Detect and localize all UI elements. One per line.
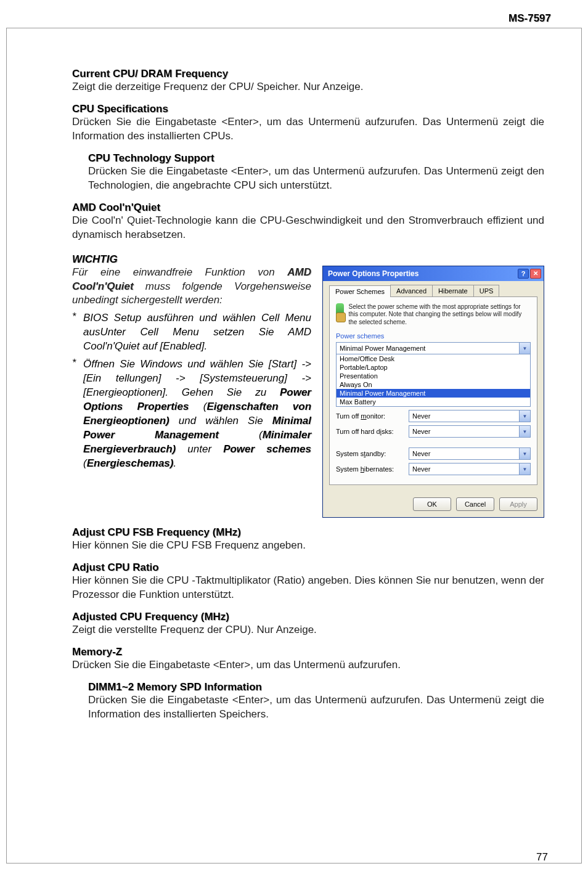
body-cpu-specs: Drücken Sie die Eingabetaste <Enter>, um… bbox=[72, 115, 544, 144]
scheme-option-selected[interactable]: Minimal Power Management bbox=[337, 389, 530, 398]
body-cpu-tech: Drücken Sie die Eingabetaste <Enter>, um… bbox=[88, 165, 544, 193]
value-system-standby: Never bbox=[409, 450, 519, 457]
help-button[interactable]: ? bbox=[518, 269, 529, 279]
tab-advanced[interactable]: Advanced bbox=[390, 285, 433, 296]
power-icon bbox=[336, 303, 344, 321]
dropdown-turnoff-monitor[interactable]: Never ▼ bbox=[409, 410, 531, 422]
body-dimm-spd: Drücken Sie die Eingabetaste <Enter>, um… bbox=[88, 693, 544, 722]
heading-adjusted-freq: Adjusted CPU Frequency (MHz) bbox=[72, 611, 544, 623]
cancel-button[interactable]: Cancel bbox=[456, 497, 494, 511]
chevron-down-icon[interactable]: ▼ bbox=[519, 448, 530, 459]
tab-ups[interactable]: UPS bbox=[473, 285, 500, 296]
body-memory-z: Drücken Sie die Eingabetaste <Enter>, um… bbox=[72, 658, 544, 672]
heading-amd-cnq: AMD Cool'n'Quiet bbox=[72, 202, 544, 214]
heading-cpu-specs: CPU Specifications bbox=[72, 103, 544, 115]
chevron-down-icon[interactable]: ▼ bbox=[519, 463, 530, 475]
heading-adjust-ratio: Adjust CPU Ratio bbox=[72, 561, 544, 574]
dropdown-turnoff-disks[interactable]: Never ▼ bbox=[409, 425, 531, 438]
b2p5: Power schemes bbox=[223, 443, 311, 455]
label-turnoff-disks: Turn off hard disks: bbox=[336, 428, 405, 435]
b2a: Öffnen Sie Windows und wählen Sie [Start… bbox=[83, 358, 311, 398]
dropdown-system-standby[interactable]: Never ▼ bbox=[409, 447, 531, 460]
heading-current-cpu-dram: Current CPU/ DRAM Frequency bbox=[72, 68, 544, 80]
value-turnoff-disks: Never bbox=[409, 428, 519, 435]
body-amd-cnq: Die Cool'n' Quiet-Technologie kann die C… bbox=[72, 214, 544, 242]
close-button[interactable]: ✕ bbox=[530, 269, 541, 279]
body-adjust-fsb: Hier können Sie die CPU FSB Frequenz ang… bbox=[72, 539, 544, 553]
value-system-hibernates: Never bbox=[409, 465, 519, 473]
scheme-dropdown[interactable]: Minimal Power Management ▼ bbox=[336, 342, 531, 354]
scheme-option[interactable]: Portable/Laptop bbox=[337, 363, 530, 372]
bullet-star-1: * bbox=[72, 311, 78, 354]
scheme-option[interactable]: Max Battery bbox=[337, 398, 530, 406]
tab-hibernate[interactable]: Hibernate bbox=[432, 285, 474, 296]
scheme-selected: Minimal Power Management bbox=[337, 345, 519, 352]
body-current-cpu-dram: Zeigt die derzeitige Frequenz der CPU/ S… bbox=[72, 80, 544, 94]
label-system-hibernates: System hibernates: bbox=[336, 465, 405, 473]
b2end: . bbox=[173, 457, 176, 469]
ok-button[interactable]: OK bbox=[413, 497, 451, 511]
page-content: Current CPU/ DRAM Frequency Zeigt die de… bbox=[6, 28, 582, 864]
apply-button[interactable]: Apply bbox=[499, 497, 537, 511]
b2p3a: ( bbox=[219, 429, 263, 441]
wichtig-intro: Für eine einwandfreie Funktion von AMD C… bbox=[72, 266, 311, 308]
value-turnoff-monitor: Never bbox=[409, 412, 519, 420]
scheme-listbox[interactable]: Home/Office Desk Portable/Laptop Present… bbox=[336, 354, 531, 407]
label-turnoff-monitor: Turn off monitor: bbox=[336, 412, 405, 420]
heading-dimm-spd: DIMM1~2 Memory SPD Information bbox=[88, 681, 544, 693]
heading-adjust-fsb: Adjust CPU FSB Frequency (MHz) bbox=[72, 526, 544, 539]
heading-wichtig: WICHTIG bbox=[72, 253, 544, 266]
heading-cpu-tech: CPU Technology Support bbox=[88, 152, 544, 165]
b2mid: und wählen Sie bbox=[169, 415, 272, 427]
dialog-tabs: Power Schemes Advanced Hibernate UPS bbox=[329, 285, 537, 297]
bullet-1: BIOS Setup ausführen und wählen Cell Men… bbox=[83, 311, 311, 354]
dropdown-system-hibernates[interactable]: Never ▼ bbox=[409, 463, 531, 475]
dialog-titlebar: Power Options Properties ? ✕ bbox=[323, 266, 544, 281]
body-adjusted-freq: Zeigt die verstellte Frequenz der CPU). … bbox=[72, 623, 544, 637]
dialog-description: Select the power scheme with the most ap… bbox=[349, 303, 531, 327]
scheme-option[interactable]: Presentation bbox=[337, 372, 530, 380]
page-number: 77 bbox=[536, 851, 548, 864]
group-label-power-schemes: Power schemes bbox=[336, 332, 531, 340]
body-adjust-ratio: Hier können Sie die CPU -Taktmultiplikat… bbox=[72, 574, 544, 602]
tab-power-schemes[interactable]: Power Schemes bbox=[329, 285, 391, 297]
dialog-title: Power Options Properties bbox=[328, 269, 517, 278]
tab-panel: Select the power scheme with the most ap… bbox=[329, 297, 537, 486]
scheme-option[interactable]: Always On bbox=[337, 380, 530, 389]
page-header-model: MS-7597 bbox=[508, 12, 551, 25]
chevron-down-icon[interactable]: ▼ bbox=[519, 426, 530, 437]
power-options-dialog: Power Options Properties ? ✕ Power Schem… bbox=[322, 266, 544, 518]
label-system-standby: System standby: bbox=[336, 450, 405, 457]
chevron-down-icon[interactable]: ▼ bbox=[519, 343, 530, 354]
b2p1a: ( bbox=[189, 401, 207, 412]
bullet-star-2: * bbox=[72, 357, 78, 471]
wichtig-intro-pre: Für eine einwandfreie Funktion von bbox=[72, 266, 287, 278]
bullet-2: Öffnen Sie Windows und wählen Sie [Start… bbox=[83, 357, 311, 471]
scheme-option[interactable]: Home/Office Desk bbox=[337, 354, 530, 363]
b2mid2: unter bbox=[176, 443, 223, 455]
heading-memory-z: Memory-Z bbox=[72, 646, 544, 658]
b2p6: Energieschemas) bbox=[87, 457, 174, 469]
chevron-down-icon[interactable]: ▼ bbox=[519, 410, 530, 422]
